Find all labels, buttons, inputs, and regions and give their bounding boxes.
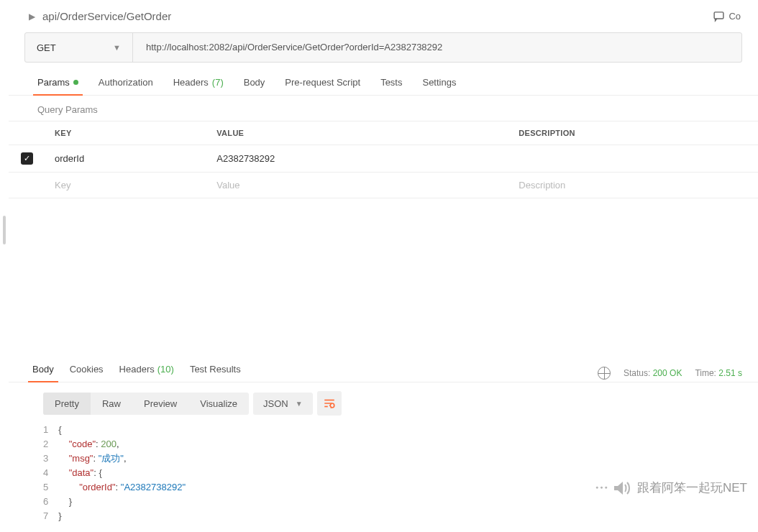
resp-tab-cookies[interactable]: Cookies — [70, 364, 104, 382]
line-gutter: 1234567 — [43, 423, 58, 523]
svg-rect-0 — [715, 12, 724, 19]
viewmode-preview[interactable]: Preview — [132, 393, 188, 415]
param-desc[interactable] — [508, 145, 758, 173]
tab-authorization[interactable]: Authorization — [99, 77, 153, 95]
comments-button[interactable]: Co — [713, 10, 741, 22]
tab-tests[interactable]: Tests — [380, 77, 402, 95]
query-params-label: Query Params — [9, 96, 758, 121]
left-strip — [0, 0, 9, 532]
time-meta: Time: 2.51 s — [695, 368, 742, 378]
tab-headers[interactable]: Headers (7) — [173, 77, 224, 95]
tab-prerequest[interactable]: Pre-request Script — [285, 77, 360, 95]
request-title: api/OrderService/GetOrder — [42, 10, 713, 22]
params-table: KEY VALUE DESCRIPTION ✓ orderId A2382738… — [9, 121, 758, 198]
wrap-icon — [323, 398, 336, 409]
collapse-caret-icon[interactable]: ▶ — [29, 12, 35, 22]
resp-tab-tests[interactable]: Test Results — [190, 364, 241, 382]
viewmode-group: Pretty Raw Preview Visualize — [43, 393, 249, 415]
table-row-new[interactable]: Key Value Description — [9, 173, 758, 198]
globe-icon[interactable] — [598, 367, 611, 380]
url-bar: GET ▼ — [24, 32, 742, 63]
comments-label: Co — [729, 11, 741, 22]
comment-icon — [713, 10, 725, 22]
viewmode-visualize[interactable]: Visualize — [188, 393, 249, 415]
tab-params[interactable]: Params — [37, 77, 78, 95]
tab-body[interactable]: Body — [244, 77, 265, 95]
col-value: VALUE — [206, 121, 508, 145]
active-dot-icon — [73, 80, 78, 85]
watermark: 跟着阿笨一起玩NET — [613, 480, 747, 496]
param-value[interactable]: A2382738292 — [206, 145, 508, 173]
chevron-down-icon: ▼ — [113, 43, 121, 52]
url-input[interactable] — [133, 33, 741, 62]
col-key: KEY — [45, 121, 206, 145]
resize-handle[interactable] — [3, 216, 6, 244]
param-key[interactable]: orderId — [45, 145, 206, 173]
resp-tab-headers[interactable]: Headers (10) — [119, 364, 174, 382]
response-body[interactable]: 1234567 { "code": 200, "msg": "成功", "dat… — [9, 423, 758, 523]
resp-tab-body[interactable]: Body — [32, 364, 54, 382]
col-description: DESCRIPTION — [508, 121, 758, 145]
method-select[interactable]: GET ▼ — [25, 33, 133, 62]
param-value-placeholder[interactable]: Value — [206, 173, 508, 198]
code-text[interactable]: { "code": 200, "msg": "成功", "data": { "o… — [58, 423, 186, 523]
viewmode-raw[interactable]: Raw — [91, 393, 132, 415]
chevron-down-icon: ▼ — [296, 400, 303, 408]
table-row[interactable]: ✓ orderId A2382738292 — [9, 145, 758, 173]
spacer — [9, 198, 758, 357]
response-viewbar: Pretty Raw Preview Visualize JSON ▼ — [9, 382, 758, 423]
request-tabs: Params Authorization Headers (7) Body Pr… — [9, 63, 758, 96]
format-select[interactable]: JSON ▼ — [253, 393, 313, 415]
param-key-placeholder[interactable]: Key — [45, 173, 206, 198]
checkbox-checked-icon[interactable]: ✓ — [21, 152, 33, 165]
speaker-icon — [613, 480, 631, 496]
status-meta: Status: 200 OK — [624, 368, 682, 378]
wrap-lines-button[interactable] — [317, 391, 342, 416]
method-value: GET — [37, 42, 56, 53]
viewmode-pretty[interactable]: Pretty — [43, 393, 91, 415]
tab-settings[interactable]: Settings — [422, 77, 456, 95]
response-tabs: Body Cookies Headers (10) Test Results S… — [9, 357, 758, 382]
param-desc-placeholder[interactable]: Description — [508, 173, 758, 198]
